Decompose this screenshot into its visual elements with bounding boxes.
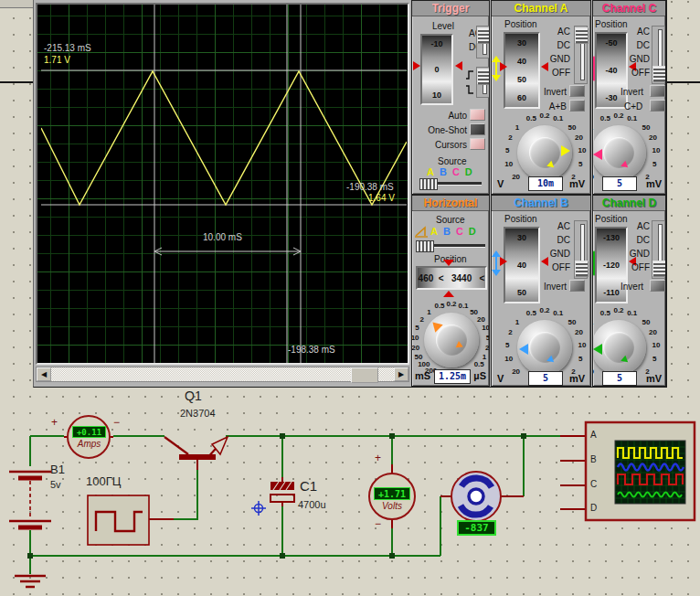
coupling-label: OFF [628,68,650,81]
knob-scale-label: 100 [418,360,430,368]
motor-symbol[interactable] [451,472,501,521]
knob-scale-label: 2 [485,343,489,351]
position-label: Position [595,214,628,224]
channel-a-scale-value[interactable]: 10m [528,176,563,191]
ammeter-lcd: +0.11 [72,426,106,438]
scope-block-symbol[interactable] [586,422,695,520]
slider-tick-label: -120 [597,261,626,270]
knob-scale-label: 0.1 [553,308,563,316]
coupling-label: DC [628,40,650,54]
coupling-label: AC [628,221,650,235]
channel-c-scale-value[interactable]: 5 [602,176,637,191]
transistor-ref[interactable]: Q1 [185,388,202,403]
transistor-symbol[interactable] [164,437,228,470]
knob-scale-label: 0.1 [627,113,637,122]
ground-symbol[interactable] [15,576,46,587]
slider-tick-label: 40 [505,57,538,66]
knob-scale-label: 2 [508,133,512,142]
slider-tick-label: 40 [505,261,538,270]
channel-b-coupling-switch[interactable] [574,220,588,279]
horizontal-title: Horizontal [412,196,489,211]
timebase-value[interactable]: 1.25m [434,369,471,384]
scroll-right-button[interactable]: ▶ [394,367,408,381]
channel-d-title: Channel D [593,196,665,211]
auto-button[interactable] [470,109,485,121]
battery-symbol[interactable] [9,472,51,527]
knob-scale-label: 50 [415,352,423,360]
capacitor-ref[interactable]: C1 [300,478,317,494]
knob-scale-label: 20 [575,328,583,336]
capacitor-symbol[interactable] [270,482,294,502]
channel-b-position-slider[interactable]: 304050 [504,227,540,303]
horizontal-position-readout[interactable]: 460 < 3440 < [416,266,487,290]
channel-b-title: Channel B [492,196,590,211]
channel-d-coupling-switch[interactable] [652,220,665,279]
invert-label: Invert [544,282,567,292]
cursors-button[interactable] [470,138,485,150]
knob-scale-label: 5 [652,160,656,168]
scroll-thumb[interactable] [351,367,378,383]
channel-d-scale-value[interactable]: 5 [602,371,637,386]
trigger-coupling-switch[interactable] [476,26,490,59]
generator-symbol[interactable] [88,495,149,545]
coupling-labels: ACDCGNDOFF [628,221,650,276]
trigger-source-label: Source [438,156,467,166]
voltmeter-minus: − [375,517,381,530]
horizontal-source-slider[interactable] [416,240,485,250]
millivolts-unit: mV [569,373,585,384]
channel-c-coupling-switch[interactable] [652,26,665,84]
channel-d-position-slider[interactable]: -130-120-110 [595,227,628,303]
knob-scale-label: 10 [411,334,419,342]
battery-value[interactable]: 5v [50,479,61,490]
falling-edge-icon [465,85,474,94]
channel-a-position-slider[interactable]: 30405060 [504,32,540,109]
knob-scale-label: 20 [477,314,485,323]
transistor-value[interactable]: 2N3704 [180,408,216,419]
knob-scale-label: 1 [483,352,486,360]
coupling-label: DC [543,40,570,54]
slider-tick-label: -40 [597,66,626,75]
level-label: Level [432,21,454,31]
sum-label: A+B [549,101,567,112]
schematic-canvas [0,387,700,596]
battery-ref[interactable]: B1 [50,463,65,476]
knob-scale-label: 20 [592,173,594,181]
channel-a-sum-button[interactable] [569,100,585,112]
display-scrollbar[interactable]: ◀ ▶ [36,367,409,382]
channel-b-invert-button[interactable] [569,280,585,292]
slider-tick-label: -50 [597,38,626,48]
trigger-level-slider[interactable]: -10010 [420,34,453,105]
knob-scale-label: 10 [652,341,660,349]
channel-a-panel: Channel A Position 30405060 ACDCGNDOFF I… [491,0,591,195]
channel-a-invert-button[interactable] [569,85,585,97]
trigger-source-slider[interactable] [419,178,482,188]
channel-c-position-slider[interactable]: -50-40-30 [595,32,628,109]
coupling-label: GND [628,249,650,262]
channel-c-invert-button[interactable] [650,85,665,97]
capacitor-value[interactable]: 4700u [298,499,326,510]
one-shot-button[interactable] [470,123,485,135]
position-label: Position [595,19,628,29]
position-marker-top [443,260,454,266]
trigger-edge-switch[interactable] [476,67,490,98]
volts-unit: V [497,178,504,189]
scope-pin-c: C [590,479,597,489]
knob-scale-label: 2 [508,328,512,336]
channel-d-invert-button[interactable] [650,280,665,292]
trigger-title: Trigger [412,1,489,16]
slider-tick-label: 30 [505,233,538,242]
ammeter-plus: + [51,416,58,429]
channel-a-coupling-switch[interactable] [574,26,588,84]
channel-b-scale-value[interactable]: 5 [528,371,563,386]
voltmeter-lcd: +1.71 [374,487,410,500]
generator-label[interactable]: 100ГЦ [86,474,121,488]
emitter-arrow [212,437,228,454]
knob-scale-label: 0.2 [539,306,549,314]
channel-c-sum-button[interactable] [650,100,665,112]
ammeter-unit: Amps [74,439,104,449]
coupling-labels: ACDCGNDOFF [543,221,570,276]
knob-scale-label: 1 [592,123,593,132]
knob-scale-label: 5 [415,324,419,332]
scroll-left-button[interactable]: ◀ [37,367,51,381]
volts-unit: V [497,373,504,384]
